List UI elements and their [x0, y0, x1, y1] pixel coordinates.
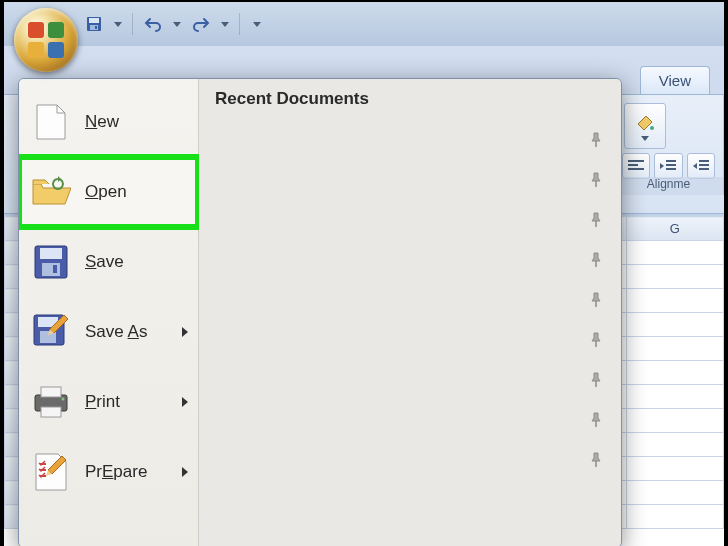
undo-icon: [144, 16, 162, 32]
pin-button[interactable]: [587, 211, 605, 229]
ribbon-group-label: Alignme: [614, 177, 723, 195]
qat-customize-dropdown[interactable]: [248, 22, 266, 27]
pin-button[interactable]: [587, 291, 605, 309]
svg-rect-1: [89, 18, 99, 23]
pin-button[interactable]: [587, 411, 605, 429]
menu-item-label: PrEpare: [85, 462, 147, 482]
pushpin-icon: [587, 171, 605, 189]
decrease-indent-icon: [660, 160, 676, 172]
office-button[interactable]: [14, 8, 78, 72]
paint-bucket-icon: [634, 112, 656, 134]
office-menu-commands: New Open Save Save As: [19, 79, 199, 546]
qat-save-dropdown[interactable]: [112, 22, 124, 27]
pushpin-icon: [587, 411, 605, 429]
chevron-down-icon: [641, 136, 649, 141]
prepare-icon: [31, 452, 71, 492]
chevron-down-icon: [114, 22, 122, 27]
svg-rect-13: [41, 387, 61, 397]
align-left-button[interactable]: [622, 153, 650, 179]
menu-item-print[interactable]: Print: [19, 367, 198, 437]
qat-redo-dropdown[interactable]: [219, 22, 231, 27]
format-button[interactable]: [624, 103, 666, 149]
qat-separator: [132, 13, 133, 35]
pin-button[interactable]: [587, 331, 605, 349]
ribbon-group-alignment: Alignme: [614, 95, 724, 195]
qat-undo-dropdown[interactable]: [171, 22, 183, 27]
printer-icon: [31, 382, 71, 422]
quick-access-toolbar: [4, 2, 724, 46]
menu-item-open[interactable]: Open: [19, 157, 198, 227]
svg-rect-3: [95, 26, 97, 29]
increase-indent-button[interactable]: [687, 153, 715, 179]
submenu-arrow-icon: [182, 467, 188, 477]
pin-button[interactable]: [587, 251, 605, 269]
menu-item-label: Open: [85, 182, 127, 202]
menu-item-save[interactable]: Save: [19, 227, 198, 297]
decrease-indent-button[interactable]: [654, 153, 682, 179]
align-left-icon: [628, 160, 644, 172]
pushpin-icon: [587, 131, 605, 149]
submenu-arrow-icon: [182, 397, 188, 407]
svg-rect-6: [40, 248, 62, 259]
ribbon-tab-view[interactable]: View: [640, 66, 710, 94]
pushpin-icon: [587, 291, 605, 309]
save-as-icon: [31, 312, 71, 352]
menu-item-label: Save: [85, 252, 124, 272]
pin-button[interactable]: [587, 451, 605, 469]
qat-save-button[interactable]: [82, 12, 106, 36]
app-window: View Alignme: [4, 2, 724, 546]
pin-button[interactable]: [587, 371, 605, 389]
menu-item-prepare[interactable]: PrEpare: [19, 437, 198, 507]
svg-rect-7: [42, 263, 60, 276]
qat-redo-button[interactable]: [189, 12, 213, 36]
pushpin-icon: [587, 371, 605, 389]
chevron-down-icon: [221, 22, 229, 27]
pin-column: [587, 131, 605, 469]
save-icon: [86, 16, 102, 32]
menu-item-label: Print: [85, 392, 120, 412]
pin-button[interactable]: [587, 131, 605, 149]
qat-undo-button[interactable]: [141, 12, 165, 36]
increase-indent-icon: [693, 160, 709, 172]
svg-point-15: [62, 398, 65, 401]
pushpin-icon: [587, 451, 605, 469]
svg-rect-14: [41, 407, 61, 417]
chevron-down-icon: [253, 22, 261, 27]
menu-item-label: New: [85, 112, 119, 132]
recent-documents-panel: Recent Documents: [199, 79, 621, 546]
menu-item-new[interactable]: New: [19, 87, 198, 157]
recent-documents-heading: Recent Documents: [215, 89, 605, 109]
pin-button[interactable]: [587, 171, 605, 189]
qat-separator: [239, 13, 240, 35]
pushpin-icon: [587, 251, 605, 269]
menu-item-label: Save As: [85, 322, 147, 342]
new-document-icon: [31, 102, 71, 142]
open-folder-icon: [31, 172, 71, 212]
svg-rect-8: [53, 265, 57, 273]
pushpin-icon: [587, 211, 605, 229]
column-header-g[interactable]: G: [626, 217, 723, 241]
menu-item-save-as[interactable]: Save As: [19, 297, 198, 367]
office-menu: New Open Save Save As: [18, 78, 622, 546]
save-disk-icon: [31, 242, 71, 282]
submenu-arrow-icon: [182, 327, 188, 337]
chevron-down-icon: [173, 22, 181, 27]
pushpin-icon: [587, 331, 605, 349]
svg-point-4: [650, 126, 654, 130]
office-logo-icon: [28, 22, 64, 58]
redo-icon: [192, 16, 210, 32]
